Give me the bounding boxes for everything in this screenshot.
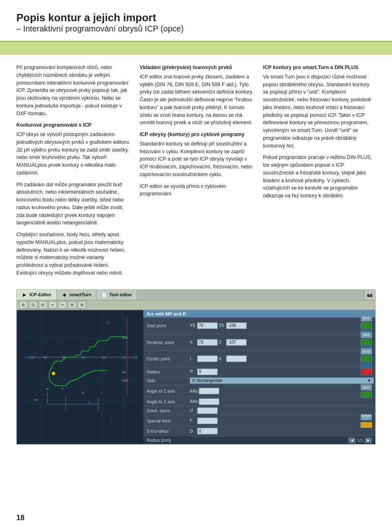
tan-dropdown[interactable]: 0: Nontangential ▼ <box>190 378 374 384</box>
label-tan: TAN <box>145 378 190 383</box>
svg-text:K: K <box>62 387 64 390</box>
input-group-f: F <box>190 418 218 424</box>
side-btns-center: Mx19 <box>359 347 374 370</box>
mid-section2-body: Standardní kontury se definují při soust… <box>140 140 254 179</box>
mid-section2-title: ICP obrysy (kontury) pro cyklové program… <box>140 131 254 139</box>
label-grind: Grind. overs. <box>145 408 190 413</box>
zs-label: ZS <box>219 323 225 328</box>
tab-icp-editor[interactable]: ▶ ICP-Editor <box>17 290 57 300</box>
pagination-value: 1/1 <box>357 438 363 443</box>
mx3-btn[interactable]: Mx3 <box>361 315 372 322</box>
left-section1-title: Konturové programování s ICP <box>16 121 131 129</box>
label-start-point: Start point <box>145 323 190 328</box>
mid-section1-body: ICP editor zná tvarové prvky zkosení, za… <box>140 73 254 127</box>
inputs-center-point: I K <box>190 355 359 362</box>
green-btn-2[interactable] <box>361 339 372 346</box>
pagination-row: ◀ 1/1 ▶ <box>190 436 374 444</box>
k-label: K <box>219 357 225 361</box>
column-right: ICP kontury pro smart.Turn a DIN PLUS Ve… <box>263 64 376 281</box>
label-center-point: Center point <box>145 356 190 361</box>
column-left: Při programování komplexních dílců, nebo… <box>16 64 131 281</box>
toolbar-btn-6[interactable]: ⊞ <box>68 301 76 308</box>
svg-text:←: ← <box>41 393 44 396</box>
form-row-d-korrektur: D-Korrektur D <box>143 427 375 436</box>
z-input[interactable] <box>226 339 247 346</box>
toolbar-btn-2[interactable]: ⊟ <box>29 301 37 308</box>
svg-text:Z: Z <box>88 401 90 404</box>
ans-label: ANs <box>190 389 198 393</box>
page-header: Popis kontur a jejich import – Interakti… <box>0 0 392 42</box>
form-area: Arc with MP and R Start point XS ZS <box>143 310 375 445</box>
form-row-radius: Radius R ○ <box>143 367 375 376</box>
left-para3: Chybějící souřadnice, body řezu, středy … <box>16 231 131 277</box>
label-angle-z1: Angle to Z axis <box>145 389 190 393</box>
input-group-ans: ANs <box>190 388 219 394</box>
input-group-r: R <box>190 369 218 375</box>
x-input[interactable] <box>197 339 218 346</box>
input-group-x: X <box>190 339 218 346</box>
right-section1-body: Ve smart.Turn jsou k dispozici různé mož… <box>263 73 376 150</box>
title-line2: – Interaktivní programování obrysů ICP (… <box>16 24 376 34</box>
content-area: Při programování komplexních dílců, nebo… <box>0 55 392 281</box>
main-split: Z X -100 -80 -60 -40 -20 0 Ø18 Ø8 <box>17 310 375 445</box>
title-line1: Popis kontur a jejich import <box>16 11 376 24</box>
u-input[interactable] <box>197 407 218 414</box>
green-bar <box>0 42 392 55</box>
toolbar-btn-5[interactable]: ↪ <box>58 301 67 308</box>
i-label: I <box>190 357 196 361</box>
toolbar-btn-4[interactable]: ↩ <box>49 301 57 308</box>
d-label: D <box>190 429 196 434</box>
f-input[interactable] <box>197 418 218 424</box>
column-mid: Vkládání (překrývání) tvarových prvků IC… <box>140 64 254 281</box>
x-label: X <box>190 340 196 344</box>
pag-prev-btn[interactable]: ◀ <box>348 438 356 443</box>
mx4-btn[interactable]: Mx4 <box>361 332 372 338</box>
svg-text:Z: Z <box>135 355 138 359</box>
xs-label: XS <box>190 323 196 328</box>
screenshot-icon-btn[interactable]: 📷 <box>364 290 375 300</box>
arrow-right-icon: ▶ <box>22 292 27 297</box>
mx5-btn[interactable]: Mx5 <box>361 384 372 391</box>
inputs-grind: U <box>190 407 374 414</box>
side-btns-angle1: Mx5 <box>359 383 374 399</box>
label-special-feed: Special feed <box>145 418 190 423</box>
green-btn-1[interactable] <box>361 322 372 329</box>
toolbar-btn-3[interactable]: ⊞ <box>39 301 47 308</box>
xs-input[interactable] <box>197 322 218 329</box>
d-input[interactable] <box>197 428 218 434</box>
svg-text:øX: øX <box>35 398 38 401</box>
toolbar-btn-1[interactable]: ⊞ <box>19 301 27 308</box>
svg-text:X: X <box>107 321 109 325</box>
u-label: U <box>190 408 196 413</box>
i-input[interactable] <box>197 355 218 362</box>
z-label: Z <box>219 340 225 344</box>
mid-section1-title: Vkládání (překrývání) tvarových prvků <box>140 64 254 72</box>
right-section2-body: Pokud programátor pracuje v režimu DIN P… <box>263 154 376 200</box>
form-row-angle-z2: Angle to Z axis ANe <box>143 397 375 406</box>
label-dest-point: Destinat. point <box>145 340 190 345</box>
spindle1-btn[interactable]: Spindle 1 <box>361 414 372 420</box>
pag-next-btn[interactable]: ▶ <box>365 438 372 443</box>
input-group-u: U <box>190 407 218 414</box>
zs-input[interactable] <box>226 322 247 329</box>
input-group-d: D <box>190 428 218 434</box>
f-label: F <box>190 418 196 423</box>
diamond-icon: ◆ <box>62 292 67 297</box>
ans-input[interactable] <box>199 388 219 394</box>
input-group-xs: XS <box>190 322 218 329</box>
file-icon: 📄 <box>101 292 107 297</box>
r-input[interactable] <box>197 369 218 375</box>
tab-tool-editor[interactable]: 📄 Tool editor <box>96 290 137 300</box>
form-row-grind: Grind. overs. U <box>143 406 375 415</box>
ane-input[interactable] <box>199 398 219 405</box>
red-btn[interactable]: ○ <box>361 369 372 375</box>
mx19-btn[interactable]: Mx19 <box>361 348 372 355</box>
tab-smartturn[interactable]: ◆ smartTurn <box>57 290 97 300</box>
svg-point-23 <box>52 372 55 375</box>
label-d-korrektur: D-Korrektur <box>145 429 190 434</box>
tab-icp-editor-label: ICP-Editor <box>29 292 51 297</box>
green-btn-3[interactable] <box>361 355 372 362</box>
k-input[interactable] <box>226 355 247 362</box>
toolbar-btn-7[interactable]: ⊞ <box>78 301 86 308</box>
form-title: Arc with MP and R <box>147 311 186 316</box>
